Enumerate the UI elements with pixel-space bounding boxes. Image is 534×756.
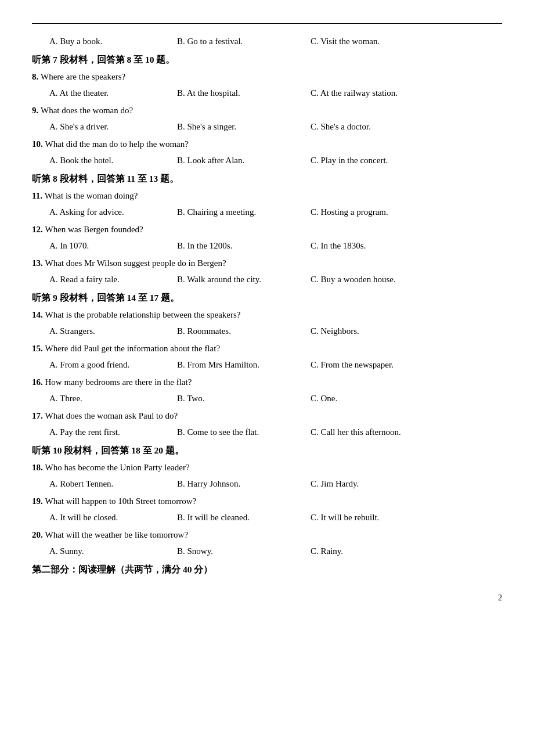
q14-text: What is the probable relationship betwee…	[45, 310, 241, 319]
section-8-header: 听第 8 段材料，回答第 11 至 13 题。	[32, 173, 502, 185]
q18-option-b: B. Harry Johnson.	[177, 477, 311, 492]
q16-option-c: C. One.	[311, 391, 337, 406]
q19-option-c: C. It will be rebuilt.	[311, 510, 379, 525]
q10-option-a: A. Book the hotel.	[49, 153, 177, 168]
q12-option-b: B. In the 1200s.	[177, 239, 311, 254]
q12-options: A. In 1070. B. In the 1200s. C. In the 1…	[49, 239, 502, 254]
q14-number: 14.	[32, 310, 45, 319]
q9-option-b: B. She's a singer.	[177, 120, 311, 135]
q16-container: 16. How many bedrooms are there in the f…	[32, 375, 502, 406]
q13-container: 13. What does Mr Wilson suggest people d…	[32, 256, 502, 287]
q9-text: What does the woman do?	[41, 106, 133, 115]
q20-text: What will the weather be like tomorrow?	[45, 530, 189, 539]
q12-option-a: A. In 1070.	[49, 239, 177, 254]
q18-text: Who has become the Union Party leader?	[45, 463, 190, 472]
q20-number: 20.	[32, 530, 45, 539]
q14-option-b: B. Roommates.	[177, 324, 311, 339]
q12-container: 12. When was Bergen founded? A. In 1070.…	[32, 222, 502, 254]
q13-text: What does Mr Wilson suggest people do in…	[45, 258, 226, 268]
q11-option-a: A. Asking for advice.	[49, 205, 177, 220]
q15-options: A. From a good friend. B. From Mrs Hamil…	[49, 358, 502, 373]
q17-option-b: B. Come to see the flat.	[177, 425, 311, 440]
q12-number: 12.	[32, 225, 45, 234]
q15-container: 15. Where did Paul get the information a…	[32, 341, 502, 373]
q8-number: 8.	[32, 72, 41, 81]
q13-options: A. Read a fairy tale. B. Walk around the…	[49, 272, 502, 287]
q17-option-a: A. Pay the rent first.	[49, 425, 177, 440]
option-a: A. Buy a book.	[49, 34, 177, 49]
q11-text: What is the woman doing?	[45, 191, 138, 200]
q8-text: Where are the speakers?	[41, 72, 125, 81]
q19-option-a: A. It will be closed.	[49, 510, 177, 525]
q19-options: A. It will be closed. B. It will be clea…	[49, 510, 502, 525]
initial-options: A. Buy a book. B. Go to a festival. C. V…	[49, 34, 502, 49]
q17-text: What does the woman ask Paul to do?	[45, 411, 178, 420]
q18-option-c: C. Jim Hardy.	[311, 477, 359, 492]
q17-option-c: C. Call her this afternoon.	[311, 425, 401, 440]
part2-header: 第二部分：阅读理解（共两节，满分 40 分）	[32, 564, 502, 576]
q10-number: 10.	[32, 139, 45, 149]
q16-number: 16.	[32, 377, 45, 387]
q14-option-c: C. Neighbors.	[311, 324, 359, 339]
q8-option-c: C. At the railway station.	[311, 86, 438, 101]
q9-options: A. She's a driver. B. She's a singer. C.…	[49, 120, 502, 135]
q16-options: A. Three. B. Two. C. One.	[49, 391, 502, 406]
q20-options: A. Sunny. B. Snowy. C. Rainy.	[49, 544, 502, 559]
q13-option-b: B. Walk around the city.	[177, 272, 311, 287]
q15-number: 15.	[32, 344, 45, 353]
section-9-header: 听第 9 段材料，回答第 14 至 17 题。	[32, 292, 502, 304]
q20-option-c: C. Rainy.	[311, 544, 343, 559]
q19-number: 19.	[32, 496, 45, 506]
q19-text: What will happen to 10th Street tomorrow…	[45, 496, 197, 506]
q12-option-c: C. In the 1830s.	[311, 239, 366, 254]
q9-number: 9.	[32, 106, 41, 115]
q18-option-a: A. Robert Tennen.	[49, 477, 177, 492]
q9-option-c: C. She's a doctor.	[311, 120, 371, 135]
q10-container: 10. What did the man do to help the woma…	[32, 137, 502, 168]
q15-option-c: C. From the newspaper.	[311, 358, 394, 373]
q16-option-b: B. Two.	[177, 391, 311, 406]
q17-container: 17. What does the woman ask Paul to do? …	[32, 409, 502, 440]
section-7-header: 听第 7 段材料，回答第 8 至 10 题。	[32, 54, 502, 66]
q18-container: 18. Who has become the Union Party leade…	[32, 460, 502, 492]
q14-container: 14. What is the probable relationship be…	[32, 308, 502, 339]
q17-number: 17.	[32, 411, 45, 420]
section-10-header: 听第 10 段材料，回答第 18 至 20 题。	[32, 445, 502, 457]
q15-option-b: B. From Mrs Hamilton.	[177, 358, 311, 373]
q11-option-c: C. Hosting a program.	[311, 205, 388, 220]
q9-container: 9. What does the woman do? A. She's a dr…	[32, 103, 502, 135]
top-line	[32, 23, 502, 24]
q12-text: When was Bergen founded?	[45, 225, 143, 234]
q20-option-b: B. Snowy.	[177, 544, 311, 559]
q11-number: 11.	[32, 191, 45, 200]
q20-option-a: A. Sunny.	[49, 544, 177, 559]
q20-container: 20. What will the weather be like tomorr…	[32, 528, 502, 559]
option-c: C. Visit the woman.	[311, 34, 438, 49]
q14-option-a: A. Strangers.	[49, 324, 177, 339]
q9-option-a: A. She's a driver.	[49, 120, 177, 135]
q10-option-b: B. Look after Alan.	[177, 153, 311, 168]
q11-options: A. Asking for advice. B. Chairing a meet…	[49, 205, 502, 220]
q10-option-c: C. Play in the concert.	[311, 153, 388, 168]
q19-container: 19. What will happen to 10th Street tomo…	[32, 494, 502, 525]
q10-options: A. Book the hotel. B. Look after Alan. C…	[49, 153, 502, 168]
q16-text: How many bedrooms are there in the flat?	[45, 377, 192, 387]
q15-option-a: A. From a good friend.	[49, 358, 177, 373]
q13-option-a: A. Read a fairy tale.	[49, 272, 177, 287]
q16-option-a: A. Three.	[49, 391, 177, 406]
q8-option-a: A. At the theater.	[49, 86, 177, 101]
q18-options: A. Robert Tennen. B. Harry Johnson. C. J…	[49, 477, 502, 492]
q18-number: 18.	[32, 463, 45, 472]
option-b: B. Go to a festival.	[177, 34, 311, 49]
q8-container: 8. Where are the speakers? A. At the the…	[32, 70, 502, 101]
q15-text: Where did Paul get the information about…	[45, 344, 221, 353]
q11-container: 11. What is the woman doing? A. Asking f…	[32, 189, 502, 220]
q13-option-c: C. Buy a wooden house.	[311, 272, 396, 287]
q13-number: 13.	[32, 258, 45, 268]
q17-options: A. Pay the rent first. B. Come to see th…	[49, 425, 502, 440]
q19-option-b: B. It will be cleaned.	[177, 510, 311, 525]
q14-options: A. Strangers. B. Roommates. C. Neighbors…	[49, 324, 502, 339]
q8-option-b: B. At the hospital.	[177, 86, 311, 101]
q11-option-b: B. Chairing a meeting.	[177, 205, 311, 220]
page-number: 2	[32, 593, 502, 603]
